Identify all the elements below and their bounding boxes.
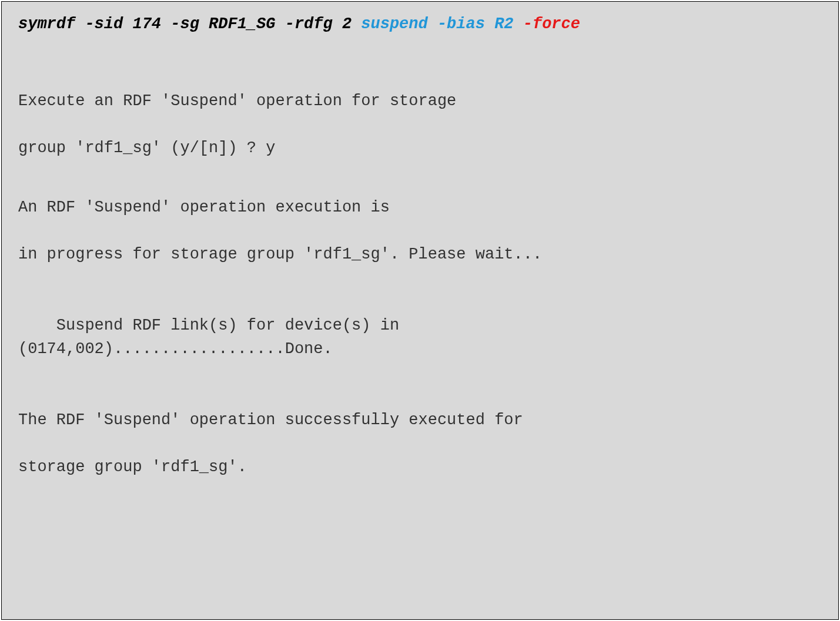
output-progress-block: An RDF 'Suspend' operation execution is … [18, 196, 822, 267]
output-prompt-block: Execute an RDF 'Suspend' operation for s… [18, 89, 822, 160]
blank-line [18, 113, 822, 136]
output-text: Suspend RDF link(s) for device(s) in [18, 314, 822, 338]
output-text: An RDF 'Suspend' operation execution is [18, 196, 822, 220]
command-suspend-bias: suspend -bias R2 [361, 15, 523, 33]
output-text: storage group 'rdf1_sg'. [18, 455, 822, 479]
output-success-block: The RDF 'Suspend' operation successfully… [18, 408, 822, 479]
output-text: in progress for storage group 'rdf1_sg'.… [18, 243, 822, 267]
blank-line [18, 432, 822, 455]
output-text: group 'rdf1_sg' (y/[n]) ? y [18, 136, 822, 160]
output-text: (0174,002)..................Done. [18, 337, 822, 361]
output-text: Execute an RDF 'Suspend' operation for s… [18, 89, 822, 113]
output-status-block: Suspend RDF link(s) for device(s) in (01… [18, 314, 822, 361]
terminal-window: symrdf -sid 174 -sg RDF1_SG -rdfg 2 susp… [1, 1, 839, 620]
command-base: symrdf -sid 174 -sg RDF1_SG -rdfg 2 [18, 15, 361, 33]
blank-line [18, 219, 822, 243]
command-line: symrdf -sid 174 -sg RDF1_SG -rdfg 2 susp… [18, 12, 822, 36]
output-text: The RDF 'Suspend' operation successfully… [18, 408, 822, 432]
command-force-flag: -force [523, 15, 580, 33]
